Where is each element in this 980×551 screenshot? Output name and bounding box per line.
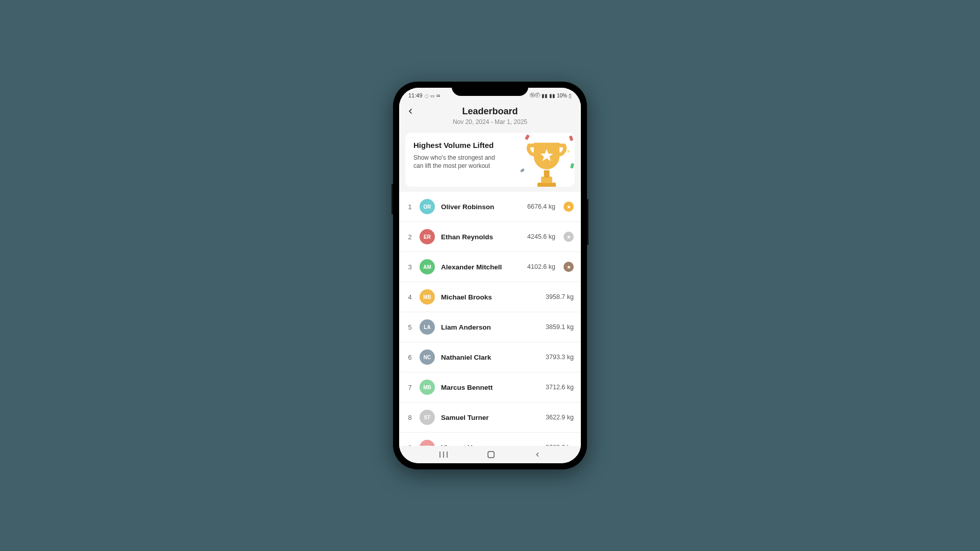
home-icon <box>487 450 495 459</box>
chevron-left-icon <box>406 107 414 115</box>
challenge-banner[interactable]: Highest Volume Lifted Show who's the str… <box>405 133 575 187</box>
avatar: AM <box>420 259 435 274</box>
home-button[interactable] <box>487 450 495 459</box>
leaderboard-row[interactable]: 6NCNathaniel Clark3793.3 kg <box>399 342 581 372</box>
battery-icon: ▯ <box>569 93 572 98</box>
svg-rect-1 <box>541 177 552 183</box>
avatar: NC <box>420 349 435 365</box>
user-name: Ethan Reynolds <box>441 233 521 241</box>
rank-number: 8 <box>406 414 413 421</box>
signal-icon-2: ▮▮ <box>549 93 555 98</box>
leaderboard-row[interactable]: 5LALiam Anderson3859.1 kg <box>399 312 581 342</box>
page-header: Leaderboard Nov 20, 2024 - Mar 1, 2025 <box>399 103 581 131</box>
avatar: ER <box>420 229 435 244</box>
user-name: Samuel Turner <box>441 414 540 421</box>
image-icon: ▭ <box>430 93 435 98</box>
user-name: Marcus Bennett <box>441 384 540 391</box>
user-name: Michael Brooks <box>441 293 540 301</box>
status-left: 11:49 ◌ ▭ ✉ <box>408 92 440 98</box>
rank-number: 4 <box>406 293 413 301</box>
leaderboard-list[interactable]: 1OROliver Robinson6676.4 kg★2EREthan Rey… <box>399 192 581 462</box>
avatar: OR <box>420 199 435 214</box>
svg-rect-7 <box>488 452 494 458</box>
svg-rect-2 <box>544 170 550 178</box>
mail-icon: ✉ <box>436 93 440 98</box>
battery-percent: 10% <box>557 93 567 98</box>
phone-notch <box>452 82 528 96</box>
rank-number: 5 <box>406 323 413 331</box>
nfc-icon: ⓃⒻ <box>530 92 540 99</box>
android-nav-bar <box>399 446 581 463</box>
avatar: ST <box>420 410 435 425</box>
trophy-icon <box>524 139 570 187</box>
leaderboard-row[interactable]: 8STSamuel Turner3622.9 kg <box>399 403 581 433</box>
user-name: Alexander Mitchell <box>441 263 521 271</box>
page-title: Leaderboard <box>407 106 573 117</box>
android-back-button[interactable] <box>534 451 541 458</box>
user-name: Liam Anderson <box>441 323 540 331</box>
chevron-left-icon <box>534 451 541 458</box>
rank-number: 6 <box>406 354 413 361</box>
leaderboard-row[interactable]: 3AMAlexander Mitchell4102.6 kg★ <box>399 252 581 282</box>
user-name: Oliver Robinson <box>441 203 521 211</box>
avatar: MB <box>420 380 435 395</box>
rank-number: 2 <box>406 233 413 241</box>
rank-number: 3 <box>406 263 413 271</box>
confetti-icon <box>570 163 574 168</box>
volume-value: 3859.1 kg <box>546 323 574 331</box>
banner-description: Show who's the strongest and can lift th… <box>413 154 503 170</box>
bronze-medal-icon: ★ <box>564 262 574 272</box>
volume-value: 4245.6 kg <box>527 233 555 240</box>
volume-value: 3793.3 kg <box>546 354 574 361</box>
volume-value: 3958.7 kg <box>546 293 574 300</box>
leaderboard-row[interactable]: 2EREthan Reynolds4245.6 kg★ <box>399 222 581 252</box>
volume-value: 3712.6 kg <box>546 384 574 391</box>
gold-medal-icon: ★ <box>564 202 574 212</box>
leaderboard-row[interactable]: 1OROliver Robinson6676.4 kg★ <box>399 192 581 222</box>
date-range: Nov 20, 2024 - Mar 1, 2025 <box>407 118 573 126</box>
svg-rect-0 <box>537 183 556 187</box>
avatar: MB <box>420 289 435 305</box>
whatsapp-icon: ◌ <box>425 93 429 98</box>
rank-number: 1 <box>406 203 413 211</box>
leaderboard-row[interactable]: 4MBMichael Brooks3958.7 kg <box>399 282 581 312</box>
volume-value: 3622.9 kg <box>546 414 574 421</box>
phone-frame: 11:49 ◌ ▭ ✉ ⓃⒻ ▮▮ ▮▮ 10% ▯ Leaderboard N <box>393 82 587 469</box>
signal-icon: ▮▮ <box>542 93 548 98</box>
rank-number: 7 <box>406 384 413 391</box>
avatar: LA <box>420 319 435 335</box>
volume-value: 6676.4 kg <box>527 203 555 210</box>
back-button[interactable] <box>406 106 414 117</box>
recents-icon <box>439 451 448 458</box>
user-name: Nathaniel Clark <box>441 354 540 361</box>
leaderboard-row[interactable]: 7MBMarcus Bennett3712.6 kg <box>399 372 581 403</box>
status-right: ⓃⒻ ▮▮ ▮▮ 10% ▯ <box>530 92 572 99</box>
volume-value: 4102.6 kg <box>527 263 555 270</box>
status-app-icons: ◌ ▭ ✉ <box>425 92 440 98</box>
silver-medal-icon: ★ <box>564 232 574 242</box>
phone-screen: 11:49 ◌ ▭ ✉ ⓃⒻ ▮▮ ▮▮ 10% ▯ Leaderboard N <box>399 88 581 463</box>
status-time: 11:49 <box>408 92 423 98</box>
recents-button[interactable] <box>439 451 448 458</box>
